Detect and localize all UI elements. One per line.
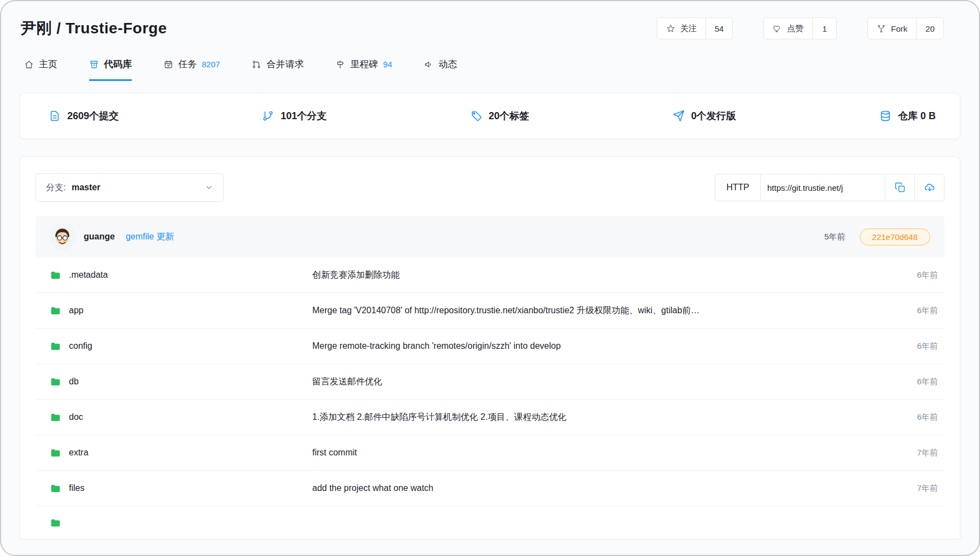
tab-merge-requests[interactable]: 合并请求 bbox=[252, 58, 304, 81]
commit-icon bbox=[49, 110, 61, 122]
download-button[interactable] bbox=[914, 174, 944, 201]
stat-commits-label: 2609个提交 bbox=[67, 109, 119, 122]
folder-icon bbox=[50, 483, 61, 494]
commit-author[interactable]: guange bbox=[84, 232, 115, 242]
branch-value: master bbox=[72, 183, 100, 192]
watch-label: 关注 bbox=[680, 24, 697, 34]
protocol-toggle[interactable]: HTTP bbox=[715, 174, 760, 201]
file-commit-message[interactable]: 1.添加文档 2.邮件中缺陷序号计算机制优化 2.项目、课程动态优化 bbox=[312, 412, 885, 423]
clone-url-group: HTTP bbox=[715, 174, 944, 201]
home-icon bbox=[24, 60, 34, 69]
file-row-partial[interactable] bbox=[36, 506, 944, 537]
tab-tasks-label: 任务 bbox=[178, 58, 197, 71]
tab-home[interactable]: 主页 bbox=[24, 58, 57, 81]
tab-code[interactable]: 代码库 bbox=[89, 58, 132, 81]
file-time: 6年前 bbox=[885, 412, 938, 423]
commit-time: 5年前 bbox=[824, 232, 845, 242]
like-label: 点赞 bbox=[787, 24, 803, 34]
repo-stats-bar: 2609个提交 101个分支 20个标签 0个发行版 仓库 0 B bbox=[20, 93, 960, 139]
tab-activity[interactable]: 动态 bbox=[424, 58, 457, 81]
file-table: guange gemfile 更新 5年前 221e70d648 .metada… bbox=[36, 216, 944, 537]
file-name[interactable]: doc bbox=[69, 412, 83, 422]
stat-branches[interactable]: 101个分支 bbox=[262, 109, 326, 122]
milestone-icon bbox=[335, 60, 345, 69]
commit-message-link[interactable]: gemfile 更新 bbox=[126, 231, 174, 243]
tab-tasks-count: 8207 bbox=[202, 60, 220, 69]
clone-url-input[interactable] bbox=[760, 174, 885, 201]
tab-home-label: 主页 bbox=[39, 58, 57, 71]
file-commit-message[interactable]: first commit bbox=[312, 448, 885, 458]
avatar-image bbox=[50, 225, 74, 249]
like-count[interactable]: 1 bbox=[812, 18, 836, 39]
watch-count[interactable]: 54 bbox=[705, 18, 733, 39]
tab-milestones-count: 94 bbox=[383, 60, 392, 69]
stat-tags[interactable]: 20个标签 bbox=[470, 109, 529, 122]
tab-activity-label: 动态 bbox=[439, 58, 457, 71]
file-row[interactable]: files add the project what one watch 7年前 bbox=[36, 471, 944, 506]
stat-repo-size-label: 仓库 0 B bbox=[898, 109, 936, 122]
page-header: 尹刚 / Trustie-Forge 关注 54 点赞 1 For bbox=[1, 1, 979, 39]
page-title: 尹刚 / Trustie-Forge bbox=[21, 18, 167, 39]
tab-milestones[interactable]: 里程碑 94 bbox=[335, 58, 392, 81]
stat-releases[interactable]: 0个发行版 bbox=[673, 109, 736, 122]
file-time: 6年前 bbox=[885, 377, 938, 387]
repo-card: 分支: master HTTP bbox=[20, 156, 960, 539]
like-button[interactable]: 点赞 1 bbox=[763, 17, 837, 39]
repo-toolbar: 分支: master HTTP bbox=[20, 157, 960, 216]
file-name[interactable]: config bbox=[69, 341, 92, 351]
folder-icon bbox=[50, 517, 61, 529]
copy-url-button[interactable] bbox=[885, 174, 914, 201]
folder-icon bbox=[50, 341, 61, 352]
file-time: 7年前 bbox=[885, 483, 938, 494]
file-row[interactable]: extra first commit 7年前 bbox=[36, 435, 944, 471]
file-time: 7年前 bbox=[885, 448, 938, 458]
header-actions: 关注 54 点赞 1 Fork 20 bbox=[657, 17, 944, 39]
file-name[interactable]: db bbox=[69, 377, 79, 387]
fork-icon bbox=[877, 24, 886, 33]
chevron-down-icon bbox=[205, 183, 213, 192]
avatar[interactable] bbox=[50, 224, 75, 249]
file-commit-message[interactable]: 留言发送邮件优化 bbox=[312, 376, 885, 388]
stat-commits[interactable]: 2609个提交 bbox=[49, 109, 119, 122]
watch-button-main[interactable]: 关注 bbox=[657, 18, 705, 39]
repo-icon bbox=[89, 60, 99, 69]
fork-count[interactable]: 20 bbox=[916, 18, 943, 39]
fork-button[interactable]: Fork 20 bbox=[867, 17, 944, 39]
folder-icon bbox=[50, 376, 61, 388]
file-row[interactable]: doc 1.添加文档 2.邮件中缺陷序号计算机制优化 2.项目、课程动态优化 6… bbox=[36, 400, 944, 435]
file-row[interactable]: app Merge tag 'V20140708' of http://repo… bbox=[36, 293, 944, 329]
file-name[interactable]: extra bbox=[69, 448, 89, 458]
tab-code-label: 代码库 bbox=[104, 58, 132, 71]
file-row[interactable]: db 留言发送邮件优化 6年前 bbox=[36, 364, 944, 400]
folder-icon bbox=[50, 305, 61, 317]
merge-icon bbox=[252, 60, 261, 69]
copy-icon bbox=[895, 182, 906, 193]
file-commit-message[interactable]: Merge remote-tracking branch 'remotes/or… bbox=[312, 341, 885, 351]
branch-selector[interactable]: 分支: master bbox=[36, 173, 224, 202]
heart-icon bbox=[773, 24, 782, 33]
file-row[interactable]: .metadata 创新竞赛添加删除功能 6年前 bbox=[36, 257, 944, 293]
file-commit-message[interactable]: 创新竞赛添加删除功能 bbox=[312, 270, 885, 281]
cloud-download-icon bbox=[924, 182, 935, 193]
database-icon bbox=[879, 110, 891, 122]
watch-button[interactable]: 关注 54 bbox=[657, 17, 733, 39]
star-icon bbox=[666, 24, 675, 33]
stat-repo-size[interactable]: 仓库 0 B bbox=[879, 109, 936, 122]
fork-button-main[interactable]: Fork bbox=[868, 18, 916, 39]
folder-icon bbox=[50, 270, 61, 281]
tab-milestones-label: 里程碑 bbox=[350, 58, 378, 71]
file-name[interactable]: .metadata bbox=[69, 270, 108, 280]
folder-icon bbox=[50, 412, 61, 423]
file-name[interactable]: app bbox=[69, 306, 84, 315]
file-commit-message[interactable]: Merge tag 'V20140708' of http://reposito… bbox=[312, 305, 885, 317]
file-name[interactable]: files bbox=[69, 483, 84, 493]
file-commit-message[interactable]: add the project what one watch bbox=[312, 483, 885, 493]
like-button-main[interactable]: 点赞 bbox=[764, 18, 812, 39]
branch-icon bbox=[262, 110, 274, 122]
commit-sha-badge[interactable]: 221e70d648 bbox=[860, 229, 930, 245]
file-row[interactable]: config Merge remote-tracking branch 'rem… bbox=[36, 329, 944, 364]
tag-icon bbox=[470, 110, 482, 122]
file-time: 6年前 bbox=[885, 306, 938, 316]
task-icon bbox=[164, 60, 173, 69]
tab-tasks[interactable]: 任务 8207 bbox=[164, 58, 220, 81]
